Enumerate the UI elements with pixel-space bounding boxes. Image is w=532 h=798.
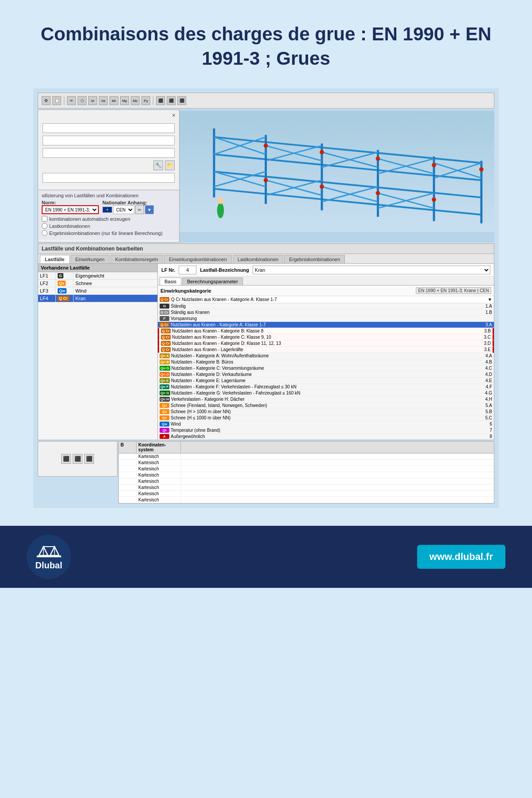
toolbar-icon-1[interactable]: ⚙: [42, 96, 51, 105]
toolbar-icon-3[interactable]: ✏: [67, 96, 76, 105]
list-item[interactable]: Qs Schnee (H ≤ 1000 m über NN) 5.C: [158, 415, 494, 421]
input-field-3[interactable]: [43, 148, 175, 158]
table-row[interactable]: LF2 Qs Schnee: [38, 280, 157, 287]
tab-einwirkungen[interactable]: Einwirkungen: [70, 255, 110, 263]
tab-lastkombinationen[interactable]: Lastkombinationen: [233, 255, 283, 263]
icon-btn-4[interactable]: ⬛: [73, 454, 82, 464]
table-row[interactable]: Kartesisch: [119, 485, 494, 491]
tab-einwirkungskombinationen[interactable]: Einwirkungskombinationen: [164, 255, 232, 263]
list-item[interactable]: Qn E Nutzlasten - Kategorie E: Lagerräum…: [158, 378, 494, 384]
toolbar-icon-10[interactable]: Py: [141, 96, 150, 105]
list-item[interactable]: Qn G Nutzlasten - Kategorie C: Versammlu…: [158, 365, 494, 372]
list-item[interactable]: Qn H Verkehrslasten - Kategorie H: Däche…: [158, 396, 494, 403]
list-item[interactable]: Qw Wind 6: [158, 421, 494, 427]
input-field-2[interactable]: [43, 136, 175, 145]
toolbar-icon-6[interactable]: Ve: [99, 96, 108, 105]
ew-num: 3.E: [478, 347, 491, 352]
toolbar-icon-4[interactable]: ⬡: [78, 96, 86, 105]
input-row-2: [43, 136, 175, 145]
icon-btn-3[interactable]: ⬛: [61, 454, 71, 464]
lf-bezeichnung-select[interactable]: Kran: [253, 266, 490, 274]
cen-select[interactable]: CEN: [113, 205, 134, 214]
edit-btn[interactable]: ✏: [135, 205, 144, 214]
toolbar-icon-11[interactable]: ⬛: [156, 96, 165, 105]
toolbar-icon-12[interactable]: ⬛: [167, 96, 176, 105]
website-badge[interactable]: www.dlubal.fr: [417, 545, 505, 569]
icon-btn-1[interactable]: 🔧: [153, 160, 163, 170]
ew-text: Nutzlasten - Kategorie A: Wohn/Aufenthal…: [171, 353, 478, 358]
ew-num: 7: [480, 428, 492, 433]
tab-kombinationsregeln[interactable]: Kombinationsregeln: [110, 255, 163, 263]
filter-btn[interactable]: ▼: [145, 205, 154, 214]
table-row[interactable]: LF1 G Eigengewicht: [38, 272, 157, 280]
tab-basis[interactable]: Basis: [160, 278, 181, 285]
input-field-1[interactable]: [43, 123, 175, 133]
table-row[interactable]: Kartesisch: [119, 454, 494, 460]
list-item[interactable]: G Cr Ständig aus Kranen 1.B: [158, 309, 494, 316]
table-row[interactable]: Kartesisch: [119, 491, 494, 497]
einwirkung-dropdown[interactable]: Q Cr Q Cr Nutzlasten aus Kranen - Katego…: [158, 296, 494, 303]
toolbar-icon-7[interactable]: Mr: [110, 96, 118, 105]
ew-badge: Qn D: [160, 372, 170, 377]
list-item[interactable]: G Ständig 1.A: [158, 303, 494, 309]
list-item[interactable]: Q Cr Nutzlasten aus Kranen - Kategorie A…: [158, 322, 494, 328]
tab-ergebniskombinationen[interactable]: Ergebniskombinationen: [284, 255, 345, 263]
list-item[interactable]: Qn D Nutzlasten - Kategorie D: Verkaufsr…: [158, 372, 494, 378]
lf-nr-input[interactable]: [179, 266, 196, 274]
td-b: [119, 478, 137, 484]
lastfaelle-header: Vorhandene Lastfälle: [38, 264, 157, 272]
ew-num: 4.G: [480, 391, 492, 395]
tab-berechnungsparameter[interactable]: Berechnungsparameter: [182, 278, 243, 285]
lf-num-4: LF4: [38, 295, 56, 302]
list-item[interactable]: Q Cr Nutzlasten aus Kranen - Lagerkräfte…: [158, 347, 494, 353]
toolbar-icon-8[interactable]: My: [120, 96, 129, 105]
toolbar-icon-2[interactable]: 📋: [52, 96, 61, 105]
ew-badge: Qn A: [160, 353, 170, 358]
table-row[interactable]: Kartesisch: [119, 460, 494, 466]
table-row[interactable]: Kartesisch: [119, 466, 494, 472]
dropdown-arrow: ▼: [488, 297, 492, 302]
list-item[interactable]: P Vorspannung: [158, 316, 494, 322]
toolbar-icon-9[interactable]: Mz: [131, 96, 140, 105]
svg-point-31: [376, 156, 380, 161]
footer: Dlubal www.dlubal.fr: [0, 526, 532, 588]
table-row[interactable]: Kartesisch: [119, 478, 494, 485]
ew-text: Ständig aus Kranen: [171, 310, 478, 315]
top-toolbar: ⚙ 📋 ✏ ⬡ Vr Ve Mr My Mz Py ⬛ ⬛ ⬛: [38, 93, 494, 109]
svg-point-30: [320, 150, 324, 155]
icon-btn-5[interactable]: ⬛: [84, 454, 94, 464]
list-item[interactable]: Q Cr Nutzlasten aus Kranen - Kategorie B…: [158, 328, 494, 334]
table-row[interactable]: Kartesisch: [119, 497, 494, 503]
auto-kombinationen-checkbox[interactable]: [42, 216, 47, 222]
input-row-1: [43, 123, 175, 133]
list-item[interactable]: Qs Schnee (Finnland, Island, Norwegen, S…: [158, 403, 494, 409]
list-item[interactable]: A Außergewöhnlich 8: [158, 434, 494, 440]
list-item[interactable]: Qt Temperatur (ohne Brand) 7: [158, 427, 494, 434]
toolbar-icon-5[interactable]: Vr: [88, 96, 97, 105]
national-anhang-label: Nationaler Anhang: ★ CEN ✏ ▼: [102, 200, 154, 214]
icon-btn-2[interactable]: 📁: [165, 160, 175, 170]
list-item[interactable]: Qn B Nutzlasten - Kategorie B: Büros 4.B: [158, 359, 494, 365]
ew-num: 4.E: [480, 378, 492, 383]
table-row[interactable]: Kartesisch: [119, 472, 494, 478]
list-item[interactable]: Qn A Nutzlasten - Kategorie A: Wohn/Aufe…: [158, 353, 494, 359]
table-row[interactable]: LF3 Qw Wind: [38, 287, 157, 295]
ew-num: 5.B: [480, 409, 492, 414]
list-item[interactable]: Q Cr Nutzlasten aus Kranen - Kategorie C…: [158, 334, 494, 340]
norm-select[interactable]: EN 1990 + EN 1991-3;: [42, 205, 99, 214]
page-title: Combinaisons des charges de grue : EN 19…: [35, 22, 497, 70]
lastkomb-radio[interactable]: [42, 223, 47, 229]
list-item[interactable]: Qs Schnee (H > 1000 m über NN) 5.B: [158, 409, 494, 415]
table-row[interactable]: LF4 Q Cr Kran: [38, 295, 157, 302]
list-item[interactable]: Q Cr Nutzlasten aus Kranen - Kategorie D…: [158, 340, 494, 347]
ergebniskomb-radio[interactable]: [42, 230, 47, 236]
ew-badge: G Cr: [160, 310, 169, 315]
radio-row-2: Ergebniskombinationen (nur für lineare B…: [42, 230, 176, 236]
input-field-4[interactable]: [43, 173, 175, 183]
svg-point-35: [320, 184, 324, 189]
list-item[interactable]: Qn F Nutzlasten - Kategorie F: Verkehrsl…: [158, 384, 494, 390]
toolbar-icon-13[interactable]: ⬛: [177, 96, 186, 105]
tab-lastfaelle[interactable]: Lastfälle: [40, 255, 70, 263]
close-button[interactable]: ×: [172, 112, 176, 119]
list-item[interactable]: Qn G Nutzlasten - Kategorie G: Verkehrsl…: [158, 390, 494, 396]
